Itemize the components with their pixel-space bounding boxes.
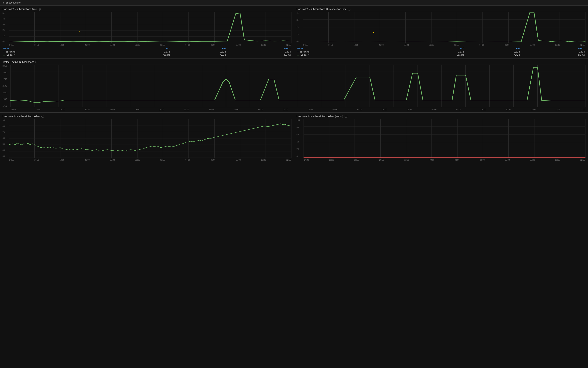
- col-name-1[interactable]: Name: [2, 47, 106, 50]
- col-mean-2[interactable]: Mean ↓: [521, 47, 586, 50]
- x-axis-2: 14:0016:0018:0020:0022:00 00:0002:0004:0…: [303, 44, 586, 46]
- legend-table-2: Name Last * Max Mean ↓ streaming 2.87 s …: [297, 47, 586, 56]
- panel-p95-db-execution-time: Hasura P95 subscriptions DB execution ti…: [294, 5, 588, 58]
- x-axis-1: 14:0016:0018:0020:0022:00 00:0002:0004:0…: [9, 44, 291, 46]
- panel-p95-subscriptions-time: Hasura P95 subscriptions time i 5 s4 s3 …: [0, 5, 294, 58]
- legend-row-streaming-1: streaming 2.87 s 2.89 s 2.89 s: [2, 50, 291, 54]
- bottom-panels: Hasura active subscription pollers i 908…: [0, 113, 588, 163]
- legend-table-1: Name Last * Max Mean ↓ streaming 2.87 s …: [2, 47, 291, 56]
- col-last-1[interactable]: Last *: [106, 47, 171, 50]
- info-icon-5[interactable]: i: [345, 115, 347, 118]
- panel-title-5: Hasura active subscription pollers (erro…: [297, 115, 586, 118]
- panel-title-1: Hasura P95 subscriptions time i: [2, 8, 291, 10]
- section-header[interactable]: ∨ Subscriptions: [0, 0, 588, 5]
- panel-title-3: Traffic - Active Subscriptions i: [2, 61, 586, 64]
- panel-title-4: Hasura active subscription pollers i: [2, 115, 291, 118]
- section-chevron[interactable]: ∨: [2, 1, 4, 4]
- panel-title-2: Hasura P95 subscriptions DB execution ti…: [297, 8, 586, 10]
- y-axis-labels-2: 4 s3 s2 s1 s0 s: [297, 12, 299, 43]
- info-icon-1[interactable]: i: [38, 8, 41, 10]
- x-axis-5: 14:0016:0018:0020:0022:00 00:0002:0004:0…: [304, 159, 586, 161]
- legend-row-streaming-2: streaming 2.87 s 2.89 s 2.89 s: [297, 50, 586, 54]
- col-max-2[interactable]: Max: [465, 47, 521, 50]
- x-axis-3: 14:0015:0016:0017:0018:00 19:0020:0021:0…: [10, 109, 586, 111]
- chart-4: [9, 119, 291, 158]
- chart-5: [304, 119, 586, 158]
- panel-active-pollers: Hasura active subscription pollers i 908…: [0, 113, 294, 163]
- col-max-1[interactable]: Max: [171, 47, 227, 50]
- info-icon-2[interactable]: i: [348, 8, 350, 10]
- info-icon-4[interactable]: i: [41, 115, 44, 118]
- y-axis-labels-5: 100806040200: [297, 119, 300, 158]
- panel-poller-errors: Hasura active subscription pollers (erro…: [294, 113, 588, 163]
- chart-1: [9, 12, 291, 43]
- col-name-2[interactable]: Name: [297, 47, 400, 50]
- legend-row-livequery-1: live-query 412 ms 4.62 s 493 ms: [2, 53, 291, 56]
- legend-row-livequery-2: live-query 291 ms 4.47 s 370 ms: [297, 53, 586, 56]
- chart-2: [303, 12, 586, 43]
- chart-3: [10, 64, 586, 107]
- svg-point-36: [373, 32, 374, 33]
- y-axis-labels-4: 90807060504030: [2, 119, 5, 158]
- panel-traffic: Traffic - Active Subscriptions i 3250300…: [0, 58, 588, 113]
- svg-point-18: [79, 31, 80, 31]
- x-axis-4: 14:0016:0018:0020:0022:00 00:0002:0004:0…: [9, 159, 291, 161]
- section-title: Subscriptions: [5, 1, 21, 4]
- y-axis-labels-3: 3250300027502500225020001750: [2, 64, 7, 107]
- col-last-2[interactable]: Last *: [400, 47, 465, 50]
- col-mean-1[interactable]: Mean ↓: [227, 47, 291, 50]
- y-axis-labels-1: 5 s4 s3 s2 s1 s0 s: [2, 12, 5, 43]
- info-icon-3[interactable]: i: [35, 61, 38, 64]
